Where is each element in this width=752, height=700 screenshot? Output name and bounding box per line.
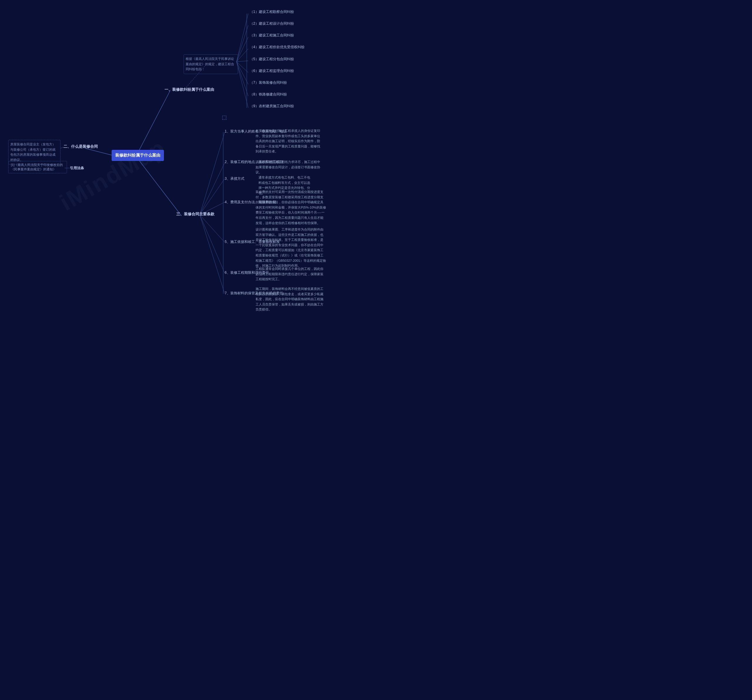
section1-item-8: （8）铁路修建合同纠纷 (250, 92, 287, 97)
svg-line-9 (236, 62, 248, 73)
svg-line-11 (236, 62, 248, 96)
ref-label: 引用法条 (70, 166, 84, 171)
section1-desc: 根据《最高人民法院关于民事诉讼案由的规定》的规定，建设工程合同纠纷包括： (183, 54, 238, 74)
section1-item-9: （9）农村建房施工合同纠纷 (250, 104, 294, 109)
section1-connector-rect (222, 116, 227, 120)
section3-item-6-desc: 工程队通常会同时承接几个单位的工程，因此你必须对工程期限和违约责任进行约定，保障… (256, 267, 326, 282)
section2-label: 二、什么是装修合同 (64, 144, 98, 149)
svg-line-8 (236, 61, 248, 62)
svg-line-10 (236, 62, 248, 84)
svg-line-18 (200, 163, 225, 215)
section3-item-1-desc: 此项条款中最好附上工程承揽人的身份证复印件、营业执照副本复印件或包工头的多家单位… (256, 128, 323, 154)
section1-item-2: （2）建设工程设计合同纠纷 (250, 21, 294, 26)
section1-item-4: （4）建设工程价款优先受偿权纠纷 (250, 45, 305, 50)
central-node: 装修款纠纷属于什么案由 (112, 150, 164, 161)
central-node-label: 装修款纠纷属于什么案由 (115, 153, 160, 158)
svg-line-17 (200, 132, 225, 215)
svg-line-6 (236, 37, 248, 62)
section3-item-4-desc: 装修费的支付可采用一次性付清或分期按进度支付，多数居室装修工程都采用按工程进度分… (256, 189, 326, 226)
section3-item-5-desc: 设计图和效果图、工序和进度作为合同的附件由双方签字确认。这些文件是工程施工的依据… (256, 227, 326, 269)
section1-item-7: （7）装饰装修合同纠纷 (250, 80, 287, 85)
svg-line-5 (236, 25, 248, 62)
svg-line-21 (200, 215, 225, 242)
mind-map-container: iMindMap (0, 0, 376, 350)
svg-line-12 (236, 62, 248, 108)
svg-line-15 (60, 147, 64, 148)
svg-line-19 (200, 178, 225, 215)
section1-item-6: （6）建设工程监理合同纠纷 (250, 68, 294, 73)
section3-label: 三、装修合同主要条款 (176, 211, 214, 217)
svg-line-7 (236, 49, 248, 62)
section1-item-3: （3）建设工程施工合同纠纷 (250, 33, 294, 38)
svg-line-2 (137, 157, 181, 215)
svg-line-4 (236, 14, 248, 62)
section1-item-1: （1）建设工程勘察合同纠纷 (250, 9, 294, 14)
section3-item-2-desc: 该条款应对照施工图纸力求详尽，施工过程中如果需要修改合同设计，必须签订书面修改协… (256, 160, 323, 175)
section1-item-5: （5）建设工程分包合同纠纷 (250, 57, 294, 62)
ref-box: [1]《最高人民法院关于印发修改后的《民事案件案由规定》的通知》 (8, 161, 67, 173)
svg-line-22 (200, 215, 225, 273)
svg-line-23 (200, 215, 225, 294)
section1-label: 一、装修款纠纷属于什么案由 (165, 87, 214, 92)
svg-line-1 (85, 148, 112, 155)
svg-line-0 (137, 90, 170, 155)
section3-item-7-desc: 施工期间，装饰材料会再不经意间被低素质的工程队以伪劣换好，调包拿走，或者买更多少… (256, 286, 326, 312)
